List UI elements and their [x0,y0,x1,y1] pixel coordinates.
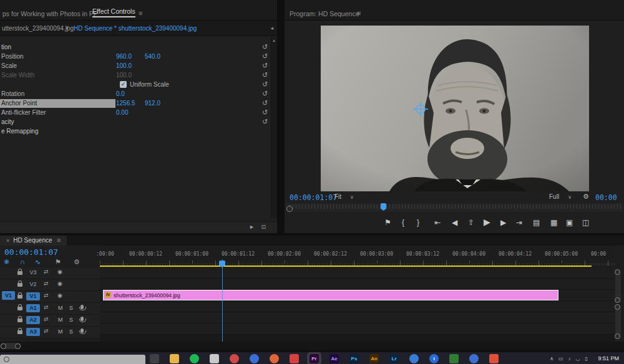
solo-button[interactable]: S [69,317,73,323]
zoom-level-dropdown[interactable]: Fit∨ [334,193,354,200]
panel-menu-icon[interactable]: ≡ [57,237,61,244]
effect-controls-scrollbar[interactable]: ▲ [271,37,277,218]
property-value[interactable]: 100.0 [116,72,132,79]
taskbar-app-icon[interactable]: Ps [349,354,359,363]
transport-button[interactable]: } [417,218,419,227]
effect-property-row[interactable]: Anti-flicker Filter 0.00 ↺ [0,108,271,118]
effects-toggle-icon[interactable]: ⊡ [261,224,266,230]
effect-property-row[interactable]: Scale Width 100.0 ↺ [0,71,271,80]
track-target-button[interactable]: A3 [26,328,40,336]
taskbar-app-icon[interactable] [150,354,159,363]
property-value[interactable]: 1256.5 [116,100,135,107]
sync-lock-icon[interactable]: ⇄ [44,304,49,310]
property-value[interactable]: 912.0 [145,100,160,107]
effect-property-row[interactable]: acity ↺ [0,118,271,127]
track-lock-icon[interactable] [17,318,22,322]
taskbar-app-icon[interactable] [250,354,259,363]
reset-parameter-icon[interactable]: ↺ [262,62,268,70]
voiceover-mic-icon[interactable] [80,317,84,321]
transport-button[interactable]: ◀ [452,218,457,227]
timeline-horizontal-scrollbar[interactable] [0,342,624,350]
voiceover-mic-icon[interactable] [80,328,84,333]
scrub-handle[interactable] [286,206,293,212]
track-output-eye-icon[interactable]: ◉ [57,280,62,287]
taskbar-app-icon[interactable] [489,354,499,363]
transport-button[interactable]: ⇧ [468,218,474,227]
reset-parameter-icon[interactable]: ↺ [262,80,268,89]
tray-icon[interactable]: ▯ [585,356,588,362]
track-target-button[interactable]: A1 [26,304,40,312]
reset-parameter-icon[interactable]: ↺ [262,90,268,98]
playback-resolution-dropdown[interactable]: Full∨ [549,193,572,200]
mute-button[interactable]: M [58,317,63,323]
taskbar-app-icon[interactable] [190,354,199,363]
timeline-toolbar-icon[interactable]: ❄ [4,258,9,266]
taskbar-app-icon[interactable]: Ae [329,354,339,363]
reset-parameter-icon[interactable]: ↺ [262,71,268,79]
transport-button[interactable]: ▶ [484,217,490,227]
effect-property-row[interactable]: Anchor Point 1256.5 912.0 ↺ [0,99,271,108]
property-value[interactable]: 540.0 [145,53,160,60]
scrollbar-thumb[interactable] [0,343,21,349]
track-target-button[interactable]: V1 [26,292,40,300]
track-output-eye-icon[interactable]: ◉ [57,292,62,299]
tab-tips-panel[interactable]: ps for Working with Photos in PP [2,10,98,17]
tab-effect-controls[interactable]: Effect Controls [92,7,135,17]
mute-button[interactable]: M [58,305,63,311]
sync-lock-icon[interactable]: ⇄ [44,292,49,299]
mute-button[interactable]: M [58,328,63,335]
uniform-scale-checkbox[interactable]: ✓ [120,81,127,88]
track-lock-icon[interactable] [17,295,22,299]
transport-button[interactable]: ⇥ [516,218,522,227]
effect-property-row[interactable]: tion ↺ [0,43,271,52]
reset-parameter-icon[interactable]: ↺ [262,118,268,126]
taskbar-app-icon[interactable]: An [369,354,379,363]
panel-menu-icon[interactable]: ≡ [139,9,142,17]
taskbar-app-icon[interactable] [449,354,459,363]
timeline-toolbar-icon[interactable]: ∩ [20,258,25,266]
program-timecode[interactable]: 00:00:01:07 [290,193,337,202]
windows-search-box[interactable] [0,355,145,364]
settings-wrench-icon[interactable]: ⚙ [583,193,589,201]
taskbar-clock[interactable]: 9:51 PM [598,355,619,362]
track-lock-icon[interactable] [17,307,22,310]
panel-menu-icon[interactable]: ≡ [357,9,361,17]
reset-parameter-icon[interactable]: ↺ [262,108,268,117]
effect-property-row[interactable]: Scale 100.0 ↺ [0,62,271,71]
effect-property-row[interactable]: Position 960.0 540.0 ↺ [0,52,271,62]
reset-parameter-icon[interactable]: ↺ [262,99,268,107]
taskbar-app-icon[interactable] [409,354,419,363]
solo-button[interactable]: S [69,328,73,335]
property-value[interactable]: 100.0 [116,62,132,69]
track-lock-icon[interactable] [17,271,22,275]
tray-icon[interactable]: ∧ [550,356,553,362]
zoom-handle-left[interactable] [1,343,6,349]
timeline-toolbar-icon[interactable]: ⚑ [55,258,61,266]
sync-lock-icon[interactable]: ⇄ [44,316,49,322]
timeline-clip[interactable]: fx shutterstock_239400094.jpg [103,290,558,300]
taskbar-app-icon[interactable] [170,354,179,363]
track-target-button[interactable]: V2 [26,280,40,289]
voiceover-mic-icon[interactable] [80,305,84,309]
timeline-ruler[interactable]: :00:00 00:00:00:12 00:00:01:00 00:00:01:… [100,246,615,267]
work-area-bar[interactable] [100,266,592,267]
taskbar-app-icon[interactable] [270,354,279,363]
taskbar-app-icon[interactable] [469,354,479,363]
taskbar-app-icon[interactable]: Lr [389,354,399,363]
tray-icon[interactable]: ◡ [576,356,580,362]
close-icon[interactable]: × [6,237,9,244]
tray-icon[interactable]: ♪ [568,356,571,362]
effect-property-row[interactable]: e Remapping [0,127,271,136]
effect-property-row[interactable]: Rotation 0.0 ↺ [0,90,271,99]
property-value[interactable]: 960.0 [116,53,132,60]
transport-button[interactable]: ▤ [533,218,540,227]
transport-button[interactable]: ⇤ [434,218,441,227]
track-target-button[interactable]: V3 [26,269,40,277]
taskbar-app-icon[interactable]: Pr [310,354,319,363]
transport-button[interactable]: ⚑ [384,218,391,227]
sync-lock-icon[interactable]: ⇄ [44,280,49,287]
track-lock-icon[interactable] [17,330,22,334]
tray-icon[interactable]: ▭ [558,356,563,362]
tab-sequence[interactable]: ×HD Sequence≡ [0,236,67,246]
source-patch-v1[interactable]: V1 [2,291,15,300]
